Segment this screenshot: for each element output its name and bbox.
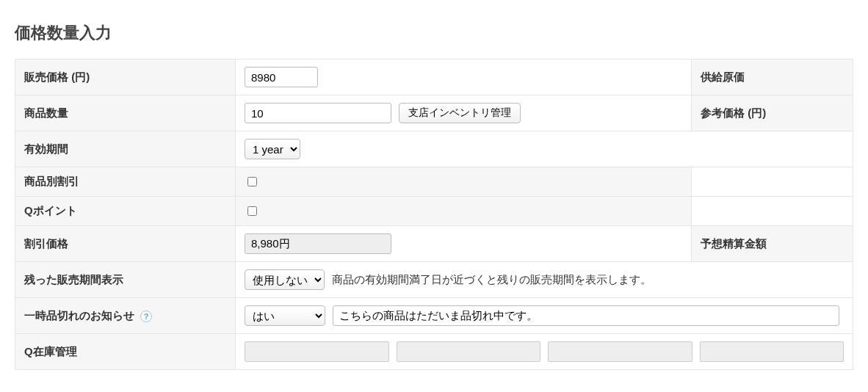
help-icon[interactable]: ? — [140, 311, 152, 322]
quantity-input[interactable] — [245, 103, 391, 123]
row-qpoint: Qポイント — [15, 197, 853, 226]
price-qty-form: 販売価格 (円) 供給原価 商品数量 支店インベントリ管理 参考価格 (円) 有… — [15, 59, 853, 370]
row-qstock: Q在庫管理 — [15, 334, 853, 370]
page-title: 価格数量入力 — [15, 22, 853, 44]
label-item-discount: 商品別割引 — [15, 167, 236, 197]
label-valid-period: 有効期間 — [15, 131, 236, 167]
qstock-slot-4 — [700, 341, 845, 362]
qstock-slot-3 — [548, 341, 692, 362]
remaining-period-select[interactable]: 使用しない — [245, 269, 325, 290]
qstock-slot-1 — [245, 341, 389, 362]
qpoint-checkbox[interactable] — [247, 206, 257, 216]
sale-price-input[interactable] — [245, 67, 318, 87]
row-soldout-notice: 一時品切れのお知らせ ? はい — [15, 298, 853, 334]
row-discount-price: 割引価格 予想精算金額 — [15, 226, 853, 262]
label-remaining-period: 残った販売期間表示 — [15, 262, 236, 298]
label-qpoint: Qポイント — [15, 197, 236, 226]
label-reference-price: 参考価格 (円) — [692, 95, 853, 131]
soldout-select[interactable]: はい — [245, 305, 325, 326]
row-valid-period: 有効期間 1 year — [15, 131, 853, 167]
row-sale-price: 販売価格 (円) 供給原価 — [15, 59, 853, 95]
label-soldout-notice: 一時品切れのお知らせ — [24, 309, 134, 322]
label-sale-price: 販売価格 (円) — [15, 59, 236, 95]
branch-inventory-button[interactable]: 支店インベントリ管理 — [399, 103, 521, 123]
label-quantity: 商品数量 — [15, 95, 236, 131]
label-expected-settlement: 予想精算金額 — [692, 226, 853, 262]
label-qstock: Q在庫管理 — [15, 334, 236, 370]
discount-price-display — [245, 233, 391, 254]
row-remaining-period: 残った販売期間表示 使用しない 商品の有効期間満了日が近づくと残りの販売期間を表… — [15, 262, 853, 298]
item-discount-checkbox[interactable] — [247, 177, 257, 186]
qstock-slot-2 — [397, 341, 541, 362]
row-quantity: 商品数量 支店インベントリ管理 参考価格 (円) — [15, 95, 853, 131]
label-discount-price: 割引価格 — [15, 226, 236, 262]
remaining-period-note: 商品の有効期間満了日が近づくと残りの販売期間を表示します。 — [332, 273, 651, 287]
valid-period-select[interactable]: 1 year — [245, 139, 300, 159]
label-supply-cost: 供給原価 — [692, 59, 853, 95]
row-item-discount: 商品別割引 — [15, 167, 853, 197]
soldout-message-input[interactable] — [333, 305, 839, 326]
